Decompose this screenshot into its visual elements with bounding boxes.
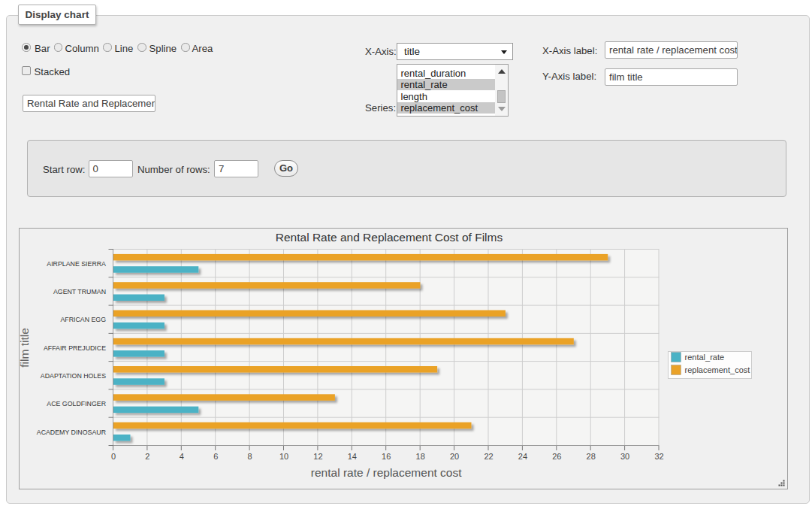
svg-text:16: 16 [382,452,391,461]
svg-text:AFFAIR PREJUDICE: AFFAIR PREJUDICE [44,344,106,352]
svg-text:26: 26 [552,452,561,461]
svg-text:18: 18 [416,452,425,461]
svg-text:Rental Rate and Replacement Co: Rental Rate and Replacement Cost of Film… [276,231,503,244]
svg-text:replacement_cost: replacement_cost [685,365,750,374]
svg-text:28: 28 [587,452,596,461]
svg-text:2: 2 [145,452,149,461]
svg-text:20: 20 [450,452,459,461]
svg-text:10: 10 [279,452,288,461]
svg-text:12: 12 [313,452,322,461]
svg-text:rental rate / replacement cost: rental rate / replacement cost [311,466,462,479]
svg-text:32: 32 [654,452,663,461]
svg-text:0: 0 [111,452,116,461]
svg-text:22: 22 [484,452,493,461]
svg-text:14: 14 [348,452,357,461]
svg-text:30: 30 [620,452,629,461]
svg-text:ACADEMY DINOSAUR: ACADEMY DINOSAUR [37,429,106,436]
svg-text:film title: film title [20,328,31,368]
svg-text:6: 6 [213,452,218,461]
svg-text:4: 4 [180,452,184,461]
svg-text:ACE GOLDFINGER: ACE GOLDFINGER [47,400,106,407]
svg-text:rental_rate: rental_rate [685,353,725,362]
svg-text:ADAPTATION HOLES: ADAPTATION HOLES [41,372,106,380]
svg-text:AIRPLANE SIERRA: AIRPLANE SIERRA [47,260,106,268]
svg-text:8: 8 [248,452,252,461]
svg-text:AFRICAN EGG: AFRICAN EGG [60,316,106,323]
svg-text:AGENT TRUMAN: AGENT TRUMAN [53,288,106,295]
svg-text:24: 24 [518,452,527,461]
